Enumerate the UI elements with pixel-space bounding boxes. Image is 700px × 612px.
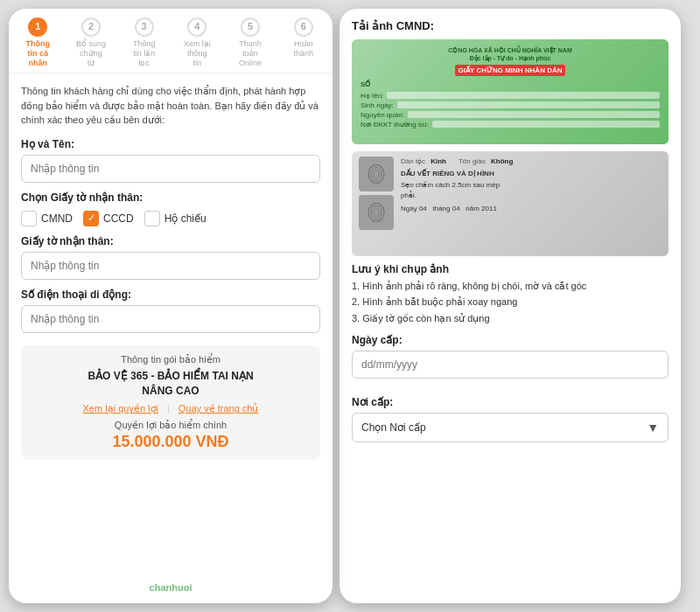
step-2[interactable]: 2 Bổ sungchứngtừ [66,17,117,67]
noi-cap-select[interactable]: Chọn Nơi cấp ▼ [352,413,668,442]
step-6[interactable]: 6 Hoànthành [277,17,329,59]
notes-item-3: 3. Giấy tờ gốc còn hạn sử dụng [352,312,668,325]
step-1-label: Thôngtin cánhân [26,39,51,67]
notes-title: Lưu ý khi chụp ảnh [352,263,668,275]
step-4[interactable]: 4 Xem lạithôngtin [172,17,223,67]
step-4-circle: 4 [187,17,206,37]
ins-amount: 15.000.000 VNĐ [32,433,310,451]
ho-va-ten-input[interactable] [21,155,320,183]
step-2-circle: 2 [81,17,101,37]
fingerprint-1 [359,156,394,191]
cmnd-back-image: Dân tộc Kinh Tôn giáo Không DẤU VẾT RIÊN… [352,151,668,256]
fingerprint-2 [359,195,394,230]
cmnd-checkbox[interactable] [21,211,37,226]
notes-section: Lưu ý khi chụp ảnh 1. Hình ảnh phải rõ r… [352,263,668,325]
dantoc-val: Kinh [430,156,446,166]
ins-links: Xem lại quyền lợi | Quay về trang chủ [32,403,310,414]
select-arrow-icon: ▼ [647,421,659,435]
step-5[interactable]: 5 ThanhtoánOnline [225,17,276,67]
cccd-checkbox[interactable]: ✓ [83,211,99,226]
step-1-circle: 1 [28,17,47,37]
tongiao-label: Tôn giáo [458,156,486,166]
cmnd-back-left [359,156,394,251]
info-text: Thông tin khách hàng chỉ dùng cho việc t… [21,84,320,128]
cmnd-header-text: CỘNG HÒA XÃ HỘI CHỦ NGHĨA VIỆT NAMĐộc lậ… [360,46,660,62]
svg-point-2 [374,170,379,178]
id-type-cccd[interactable]: ✓ CCCD [83,211,134,226]
id-type-hochieu[interactable]: Hộ chiếu [144,211,206,226]
step-5-circle: 5 [241,17,260,37]
tai-anh-label: Tải ảnh CMND: [352,19,668,32]
cmnd-field-nguyen-quan: Nguyên quán: [360,111,660,119]
step-3[interactable]: 3 Thôngtin lầnlọc [118,17,170,67]
insurance-box: Thông tin gói bảo hiểm BẢO VỆ 365 - BẢO … [21,345,320,461]
sdt-input[interactable] [21,305,320,333]
cmnd-field-sinh: Sinh ngày: [360,101,660,109]
left-panel-content: Thông tin khách hàng chỉ dùng cho việc t… [9,73,332,603]
cmnd-back-right: Dân tộc Kinh Tôn giáo Không DẤU VẾT RIÊN… [401,156,513,251]
ins-title: Thông tin gói bảo hiểm [32,354,310,365]
noi-cap-label: Nơi cấp: [352,396,668,408]
cmnd-back-row-dantoc: Dân tộc Kinh Tôn giáo Không [401,156,513,166]
cmnd-back: Dân tộc Kinh Tôn giáo Không DẤU VẾT RIÊN… [352,151,668,256]
cmnd-front-image: CỘNG HÒA XÃ HỘI CHỦ NGHĨA VIỆT NAMĐộc lậ… [352,39,668,144]
ins-link-trang-chu[interactable]: Quay về trang chủ [178,403,259,414]
watermark: chanhuoi [150,582,192,593]
svg-point-1 [371,168,382,181]
tongiao-val: Không [491,156,513,166]
cccd-label: CCCD [103,212,134,225]
steps-bar: 1 Thôngtin cánhân 2 Bổ sungchứngtừ 3 Thô… [9,9,332,73]
step-3-label: Thôngtin lầnlọc [133,39,156,67]
step-4-label: Xem lạithôngtin [184,39,211,67]
dantoc-label: Dân tộc [401,156,425,166]
ngay-cap-input[interactable] [352,351,668,379]
svg-point-4 [371,206,382,219]
hochieu-checkbox[interactable] [144,211,160,226]
ngay-text: Ngày 04 tháng 04 năm 2011 [401,204,513,213]
step-2-label: Bổ sungchứngtừ [76,39,106,67]
step-6-label: Hoànthành [293,39,313,59]
right-panel-content: Tải ảnh CMND: CỘNG HÒA XÃ HỘI CHỦ NGHĨA … [340,9,681,603]
id-type-group: CMND ✓ CCCD Hộ chiếu [21,211,320,226]
step-3-circle: 3 [135,17,154,37]
dau-vet-label: DẤU VẾT RIÊNG VÀ DỊ HÌNH [401,169,513,178]
sdt-label: Số điện thoại di động: [21,289,320,301]
ho-va-ten-label: Họ và Tên: [21,138,320,150]
cmnd-fields: Họ tên: Sinh ngày: Nguyên quán: Nơi [360,92,660,130]
cmnd-title-box: GIẤY CHỨNG MINH NHÂN DÂN [455,65,566,76]
giay-to-input[interactable] [21,252,320,280]
cmnd-label: CMND [41,212,73,225]
hochieu-label: Hộ chiếu [164,212,206,225]
notes-item-1: 1. Hình ảnh phải rõ ràng, không bị chói,… [352,280,668,293]
giay-to-label: Giấy tờ nhận thân: [21,235,320,247]
seo-text: Sẹo chấm cách 2.5cm sau mépphải. [401,180,513,199]
cmnd-so-label: SỐ [360,80,660,88]
notes-item-2: 2. Hình ảnh bắt buộc phải xoay ngang [352,296,668,309]
cmnd-field-thuong-tru: Nơi ĐKKT thường trú: [360,121,660,129]
id-type-cmnd[interactable]: CMND [21,211,73,226]
chon-giay-to-label: Chọn Giấy tờ nhận thân: [21,191,320,204]
cmnd-field-hoten: Họ tên: [360,92,660,100]
ins-link-quyen-loi[interactable]: Xem lại quyền lợi [83,403,158,414]
step-1[interactable]: 1 Thôngtin cánhân [12,17,64,67]
ngay-cap-label: Ngày cấp: [352,334,668,346]
ins-rights-label: Quyền lợi bảo hiểm chính [32,420,310,431]
step-6-circle: 6 [294,17,313,37]
ins-name: BẢO VỆ 365 - BẢO HIỂM TAI NẠNNÂNG CAO [32,369,310,399]
step-5-label: ThanhtoánOnline [239,39,262,67]
noi-cap-value: Chọn Nơi cấp [361,421,426,434]
ins-divider: | [167,403,170,414]
cmnd-front: CỘNG HÒA XÃ HỘI CHỦ NGHĨA VIỆT NAMĐộc lậ… [352,39,668,144]
svg-point-5 [374,209,379,217]
